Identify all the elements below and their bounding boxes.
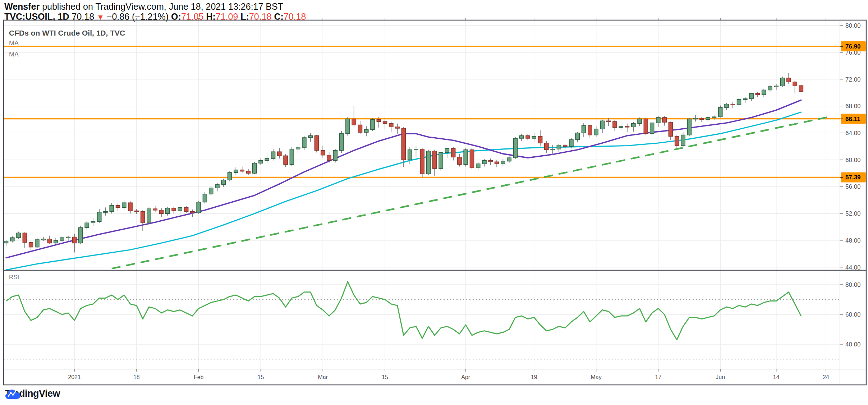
candle-body [625, 126, 629, 127]
candle-body [228, 172, 232, 180]
price-axis-label: 44.00 [845, 264, 861, 271]
time-axis-label: Apr [461, 374, 470, 380]
candle-body [725, 104, 729, 107]
candle-body [575, 133, 579, 140]
candle-body [619, 126, 623, 128]
candle-body [134, 211, 138, 212]
candle-body [743, 99, 747, 100]
candle-body [787, 78, 791, 82]
price-axis-label: 72.00 [845, 76, 861, 83]
candle-body [333, 151, 337, 161]
candle-body [277, 152, 281, 156]
grid-layer [4, 20, 840, 369]
candle-body [321, 151, 325, 155]
candle-body [54, 240, 58, 243]
candle-body [414, 149, 418, 150]
candle-body [650, 123, 654, 134]
candle-body [433, 151, 437, 169]
candle-body [389, 124, 393, 127]
moving-average-layer [6, 100, 801, 270]
rsi-axis-label: 40.00 [845, 341, 861, 348]
candle-body [221, 180, 225, 185]
candle-body [73, 237, 77, 243]
candle-body [427, 151, 431, 174]
candle-body [613, 121, 617, 128]
candle-body [302, 138, 306, 148]
candles-layer [4, 73, 803, 253]
ma-legend-2: MA [9, 51, 19, 58]
price-axis-label: 64.00 [845, 130, 861, 137]
chart-border [4, 20, 866, 385]
time-axis-label: Feb [194, 374, 204, 380]
candle-body [234, 170, 238, 172]
candle-body [315, 135, 319, 150]
candle-body [439, 152, 443, 169]
candle-body [632, 124, 635, 127]
candle-body [781, 78, 785, 86]
candle-body [203, 194, 207, 202]
candle-body [383, 121, 387, 124]
candle-body [464, 150, 468, 165]
candle-body [308, 135, 312, 138]
candle-body [104, 212, 107, 213]
candle-body [563, 145, 567, 147]
candle-body [520, 135, 524, 138]
candle-body [240, 170, 244, 171]
candle-body [178, 207, 182, 211]
time-axis-label: Jun [716, 374, 725, 380]
candle-body [538, 136, 542, 143]
price-axis-label: 56.00 [845, 183, 861, 190]
candle-body [364, 130, 368, 132]
chart-frame [4, 20, 866, 385]
candle-body [718, 107, 722, 117]
candle-body [128, 203, 132, 211]
trendline-layer [112, 116, 832, 268]
candle-body [501, 161, 505, 164]
candle-body [482, 161, 486, 164]
tradingview-logo[interactable]: TradingView [5, 388, 60, 399]
candle-body [638, 119, 642, 124]
candle-body [166, 208, 170, 213]
ma-legend-1: MA [9, 40, 19, 47]
candle-body [209, 188, 213, 194]
candle-body [47, 239, 51, 243]
time-axis-label: 17 [655, 374, 662, 380]
candle-body [395, 127, 399, 128]
axis-labels: 44.0048.0052.0056.0060.0064.0068.0072.00… [68, 18, 866, 380]
candle-body [253, 163, 257, 173]
candle-body [513, 138, 517, 158]
candle-body [545, 143, 548, 150]
candle-body [451, 148, 455, 157]
candle-body [420, 149, 424, 174]
candle-body [340, 134, 344, 151]
candle-body [507, 158, 511, 161]
time-axis-label: 18 [133, 374, 140, 380]
candle-body [41, 239, 45, 240]
candle-body [694, 118, 698, 119]
candle-body [712, 117, 716, 118]
candle-body [352, 119, 356, 125]
time-axis-label: May [591, 374, 601, 380]
candle-body [160, 210, 164, 213]
candle-body [799, 86, 803, 91]
level-price-label: 57.39 [845, 174, 861, 181]
candle-body [445, 148, 449, 152]
time-axis-label: Mar [318, 374, 328, 380]
candle-body [768, 87, 772, 90]
candle-body [259, 161, 263, 163]
candle-body [371, 120, 375, 130]
candle-body [66, 237, 70, 238]
candle-body [296, 148, 300, 149]
candle-body [594, 129, 598, 135]
candle-body [35, 240, 39, 247]
candle-body [476, 164, 480, 168]
price-axis-label: 60.00 [845, 157, 861, 164]
candle-body [600, 121, 604, 129]
ma-line-purple [6, 100, 801, 258]
price-chart[interactable]: 44.0048.0052.0056.0060.0064.0068.0072.00… [0, 0, 868, 405]
candle-body [85, 223, 89, 227]
candle-body [29, 242, 33, 247]
candle-body [582, 125, 586, 133]
candle-body [91, 222, 95, 223]
dashed-trendline [112, 116, 832, 268]
